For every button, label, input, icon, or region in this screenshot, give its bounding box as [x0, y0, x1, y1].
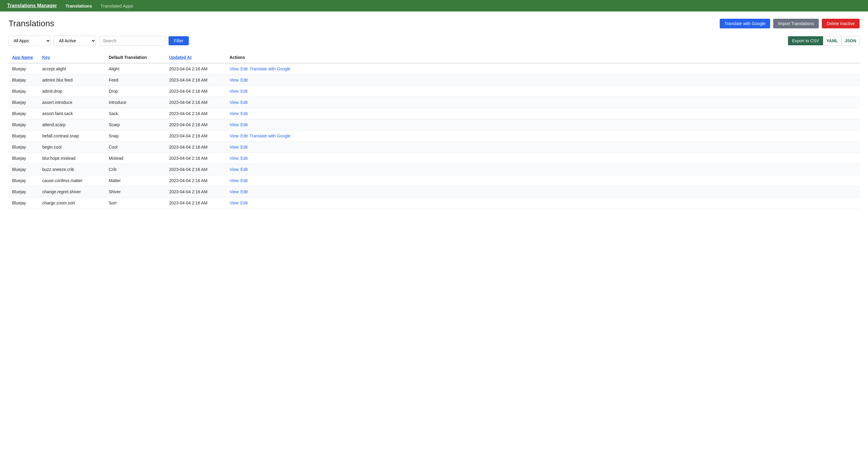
cell-default-translation: Crib — [105, 164, 165, 175]
table-row: Bluejayattend.scarpScarp2023-04-04 2:16 … — [8, 119, 860, 130]
edit-link[interactable]: Edit — [240, 167, 248, 172]
row-translate-google-link[interactable]: Translate with Google — [249, 66, 290, 71]
cell-app-name: Bluejay — [8, 97, 39, 108]
page-title: Translations — [8, 19, 54, 28]
view-link[interactable]: View — [229, 100, 239, 105]
table-row: Bluejaycause.confess.matterMatter2023-04… — [8, 175, 860, 186]
view-link[interactable]: View — [229, 122, 239, 127]
edit-link[interactable]: Edit — [240, 189, 248, 194]
cell-key: blur.hope.mislead — [39, 153, 105, 164]
table-header: App Name Key Default Translation Updated… — [8, 52, 860, 63]
cell-updated-at: 2023-04-04 2:16 AM — [165, 108, 226, 119]
cell-default-translation: Sort — [105, 197, 165, 209]
page-header: Translations Translate with Google Impor… — [8, 19, 860, 28]
col-header-updated-at[interactable]: Updated At — [165, 52, 226, 63]
export-yaml-button[interactable]: YAML — [823, 36, 841, 45]
cell-key: change.regret.shiver — [39, 186, 105, 197]
cell-default-translation: Scarp — [105, 119, 165, 130]
view-link[interactable]: View — [229, 133, 239, 138]
table-row: Bluejayblur.hope.misleadMislead2023-04-0… — [8, 153, 860, 164]
table-row: Bluejaychange.regret.shiverShiver2023-04… — [8, 186, 860, 197]
cell-key: befall.contrast.snap — [39, 130, 105, 142]
col-header-app-name[interactable]: App Name — [8, 52, 39, 63]
cell-key: attend.scarp — [39, 119, 105, 130]
cell-updated-at: 2023-04-04 2:16 AM — [165, 63, 226, 74]
cell-updated-at: 2023-04-04 2:16 AM — [165, 86, 226, 97]
cell-key: accept.alight — [39, 63, 105, 74]
col-header-key[interactable]: Key — [39, 52, 105, 63]
delete-inactive-button[interactable]: Delete Inactive — [822, 19, 860, 28]
col-header-default-translation: Default Translation — [105, 52, 165, 63]
cell-app-name: Bluejay — [8, 164, 39, 175]
table-row: Bluejaybegin.coolCool2023-04-04 2:16 AMV… — [8, 142, 860, 153]
col-header-actions: Actions — [226, 52, 860, 63]
cell-key: assort.faint.sack — [39, 108, 105, 119]
view-link[interactable]: View — [229, 66, 239, 71]
edit-link[interactable]: Edit — [240, 133, 248, 138]
cell-default-translation: Feed — [105, 74, 165, 86]
edit-link[interactable]: Edit — [240, 201, 248, 205]
cell-app-name: Bluejay — [8, 130, 39, 142]
view-link[interactable]: View — [229, 89, 239, 94]
cell-updated-at: 2023-04-04 2:16 AM — [165, 97, 226, 108]
edit-link[interactable]: Edit — [240, 156, 248, 161]
view-link[interactable]: View — [229, 189, 239, 194]
cell-key: cause.confess.matter — [39, 175, 105, 186]
view-link[interactable]: View — [229, 167, 239, 172]
view-link[interactable]: View — [229, 111, 239, 116]
view-link[interactable]: View — [229, 156, 239, 161]
export-json-button[interactable]: JSON — [841, 36, 860, 45]
cell-updated-at: 2023-04-04 2:16 AM — [165, 153, 226, 164]
cell-default-translation: Introduce — [105, 97, 165, 108]
edit-link[interactable]: Edit — [240, 66, 248, 71]
cell-actions: ViewEdit — [226, 164, 860, 175]
edit-link[interactable]: Edit — [240, 145, 248, 150]
filter-left: All Apps All Active Filter — [8, 36, 189, 46]
apps-filter-select[interactable]: All Apps — [8, 36, 51, 46]
cell-app-name: Bluejay — [8, 63, 39, 74]
edit-link[interactable]: Edit — [240, 100, 248, 105]
cell-default-translation: Cool — [105, 142, 165, 153]
table-row: Bluejayadmit.dropDrop2023-04-04 2:16 AMV… — [8, 86, 860, 97]
cell-default-translation: Shiver — [105, 186, 165, 197]
nav-link-translated-apps[interactable]: Translated Apps — [100, 3, 133, 8]
cell-actions: ViewEdit — [226, 97, 860, 108]
cell-default-translation: Sack — [105, 108, 165, 119]
translate-google-button[interactable]: Translate with Google — [720, 19, 770, 28]
cell-updated-at: 2023-04-04 2:16 AM — [165, 130, 226, 142]
cell-actions: ViewEdit — [226, 175, 860, 186]
edit-link[interactable]: Edit — [240, 111, 248, 116]
cell-updated-at: 2023-04-04 2:16 AM — [165, 74, 226, 86]
cell-key: charge.zoom.sort — [39, 197, 105, 209]
header-actions: Translate with Google Import Translation… — [720, 19, 860, 28]
cell-app-name: Bluejay — [8, 74, 39, 86]
edit-link[interactable]: Edit — [240, 78, 248, 83]
search-input[interactable] — [99, 36, 165, 45]
export-csv-button[interactable]: Export to CSV — [788, 36, 823, 45]
filter-row: All Apps All Active Filter Export to CSV… — [8, 36, 860, 46]
view-link[interactable]: View — [229, 145, 239, 150]
view-link[interactable]: View — [229, 78, 239, 83]
translations-table: App Name Key Default Translation Updated… — [8, 52, 860, 209]
view-link[interactable]: View — [229, 201, 239, 205]
view-link[interactable]: View — [229, 178, 239, 183]
export-actions: Export to CSV YAML JSON — [788, 36, 860, 45]
nav-link-translations[interactable]: Translations — [65, 3, 92, 8]
table-row: Bluejaycharge.zoom.sortSort2023-04-04 2:… — [8, 197, 860, 209]
row-translate-google-link[interactable]: Translate with Google — [249, 133, 290, 138]
edit-link[interactable]: Edit — [240, 89, 248, 94]
cell-app-name: Bluejay — [8, 175, 39, 186]
filter-button[interactable]: Filter — [168, 36, 189, 45]
import-translations-button[interactable]: Import Translations — [773, 19, 819, 28]
cell-actions: ViewEdit — [226, 86, 860, 97]
cell-actions: ViewEdit — [226, 153, 860, 164]
edit-link[interactable]: Edit — [240, 122, 248, 127]
cell-actions: ViewEdit — [226, 74, 860, 86]
edit-link[interactable]: Edit — [240, 178, 248, 183]
nav-brand[interactable]: Translations Manager — [7, 3, 57, 8]
cell-app-name: Bluejay — [8, 119, 39, 130]
active-filter-select[interactable]: All Active — [54, 36, 96, 46]
cell-key: buzz.sneeze.crib — [39, 164, 105, 175]
cell-updated-at: 2023-04-04 2:16 AM — [165, 142, 226, 153]
table-row: Bluejaybuzz.sneeze.cribCrib2023-04-04 2:… — [8, 164, 860, 175]
